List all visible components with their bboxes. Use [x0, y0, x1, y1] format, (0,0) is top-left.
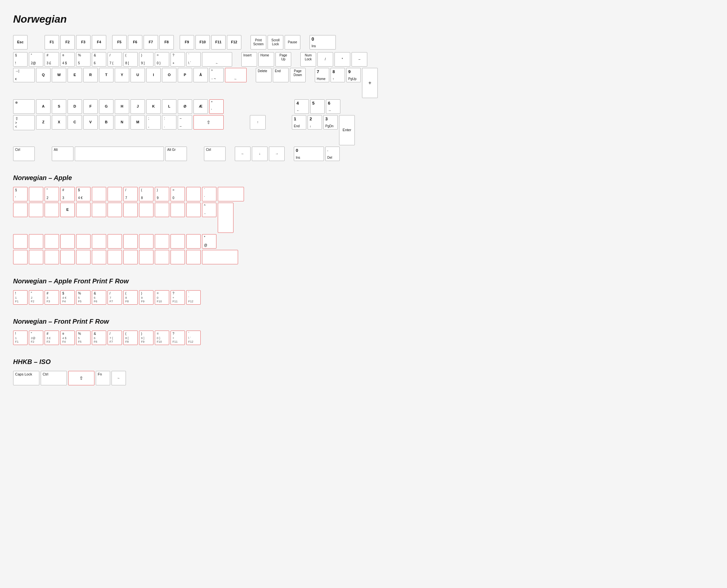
apple-row3-3[interactable]: [45, 234, 59, 249]
apple-row4-6[interactable]: [92, 250, 106, 264]
af-key-8[interactable]: (8F8: [123, 290, 138, 304]
f-key-6[interactable]: &6F6: [92, 331, 106, 345]
key-page-up[interactable]: PageUp: [275, 52, 291, 67]
key-y[interactable]: Y: [115, 68, 129, 82]
key-1[interactable]: "2@: [29, 52, 43, 67]
apple-key-plus[interactable]: [186, 187, 201, 201]
f-key-2[interactable]: "2@F2: [29, 331, 43, 345]
af-key-6[interactable]: &6F6: [92, 290, 106, 304]
key-pause[interactable]: Pause: [285, 35, 300, 49]
f-key-9[interactable]: )9 ]F9: [139, 331, 153, 345]
key-arrow-up[interactable]: ↑: [250, 115, 265, 129]
af-key-3[interactable]: #3F3: [45, 290, 59, 304]
key-backtick[interactable]: `\ ´: [186, 52, 201, 67]
af-key-1[interactable]: !1F1: [13, 290, 27, 304]
key-print-screen[interactable]: PrintScreen: [251, 35, 266, 49]
apple-row2-enter[interactable]: [218, 203, 234, 233]
apple-row2-caret[interactable]: ^··: [202, 203, 216, 217]
apple-row4-8[interactable]: [123, 250, 138, 264]
key-numpad-6[interactable]: 6 →: [326, 99, 340, 114]
key-insert[interactable]: Insert: [241, 52, 257, 67]
key-numpad-minus[interactable]: –: [351, 52, 367, 67]
key-f5[interactable]: F5: [112, 35, 127, 49]
key-l[interactable]: L: [162, 99, 176, 114]
f-key-7[interactable]: /7 {F7: [108, 331, 122, 345]
apple-row3-1[interactable]: [13, 234, 27, 249]
key-capslock[interactable]: ⊕: [13, 99, 35, 114]
apple-key-0[interactable]: =0: [171, 187, 185, 201]
apple-row3-4[interactable]: [60, 234, 75, 249]
apple-row4-9[interactable]: [139, 250, 153, 264]
key-t[interactable]: T: [99, 68, 113, 82]
key-numpad-9[interactable]: 9 PgUp: [346, 68, 361, 82]
apple-row2-5[interactable]: [76, 203, 90, 217]
key-ctrl-right[interactable]: Ctrl: [204, 147, 226, 161]
apple-row4-7[interactable]: [108, 250, 122, 264]
f-key-8[interactable]: (8 [F8: [123, 331, 138, 345]
key-z[interactable]: Z: [36, 115, 50, 129]
key-arrow-down[interactable]: ↓: [252, 147, 268, 161]
key-tab[interactable]: →| €: [13, 68, 35, 82]
apple-key-4[interactable]: $4 €: [76, 187, 90, 201]
key-f1[interactable]: F1: [45, 35, 59, 49]
key-aring[interactable]: Å: [193, 68, 208, 82]
f-key-0[interactable]: =0 }F10: [155, 331, 169, 345]
key-r[interactable]: R: [83, 68, 98, 82]
key-a[interactable]: A: [36, 99, 50, 114]
key-numpad-enter[interactable]: Enter: [339, 115, 355, 145]
key-x[interactable]: X: [52, 115, 66, 129]
key-e[interactable]: E: [67, 68, 82, 82]
apple-row2-1[interactable]: [13, 203, 27, 217]
key-h[interactable]: H: [115, 99, 129, 114]
apple-row3-5[interactable]: [76, 234, 90, 249]
key-space[interactable]: [75, 147, 164, 161]
apple-row4-10[interactable]: [155, 250, 169, 264]
apple-row3-6[interactable]: [92, 234, 106, 249]
apple-row4-wide[interactable]: [202, 250, 238, 264]
key-u[interactable]: U: [130, 68, 145, 82]
key-caret[interactable]: ^·· ~: [209, 68, 223, 82]
f-key-3[interactable]: #3 £F3: [45, 331, 59, 345]
apple-row3-8[interactable]: [123, 234, 138, 249]
hhkb-capslock[interactable]: Caps Lock: [13, 371, 39, 385]
key-f11[interactable]: F11: [211, 35, 226, 49]
af-key-9[interactable]: )9F9: [139, 290, 153, 304]
af-key-0[interactable]: =0F10: [155, 290, 169, 304]
hhkb-shift[interactable]: ⇧: [68, 371, 94, 385]
hhkb-ctrl[interactable]: Ctrl: [41, 371, 67, 385]
apple-row4-12[interactable]: [186, 250, 201, 264]
f-key-4[interactable]: ¤4 $F4: [60, 331, 75, 345]
apple-row4-5[interactable]: [76, 250, 90, 264]
key-numpad-0-bottom[interactable]: 0 Ins: [294, 147, 324, 161]
key-o[interactable]: O: [162, 68, 176, 82]
key-f8[interactable]: F8: [159, 35, 174, 49]
hhkb-fn[interactable]: Fn: [96, 371, 110, 385]
apple-row2-7[interactable]: [108, 203, 122, 217]
key-ostroke[interactable]: Ø: [178, 99, 192, 114]
apple-row3-12[interactable]: [186, 234, 201, 249]
key-f3[interactable]: F3: [76, 35, 90, 49]
key-numlock[interactable]: NumLock: [300, 52, 316, 67]
key-6[interactable]: /7 {: [108, 52, 122, 67]
key-ctrl-left[interactable]: Ctrl: [13, 147, 35, 161]
apple-key-5[interactable]: [92, 187, 106, 201]
key-numpad-star[interactable]: *: [335, 52, 350, 67]
apple-row2-11[interactable]: [171, 203, 185, 217]
key-home[interactable]: Home: [258, 52, 274, 67]
apple-row4-1[interactable]: [13, 250, 27, 264]
key-f4[interactable]: F4: [92, 35, 106, 49]
key-q[interactable]: Q: [36, 68, 50, 82]
key-numpad-5[interactable]: 5: [310, 99, 325, 114]
apple-row4-3[interactable]: [45, 250, 59, 264]
key-f12[interactable]: F12: [227, 35, 241, 49]
key-numpad-2[interactable]: 2 ↓: [307, 115, 322, 129]
key-backspace[interactable]: ←: [202, 52, 232, 67]
key-section[interactable]: §!: [13, 52, 27, 67]
key-numpad-plus[interactable]: +: [362, 68, 378, 98]
af-key-4[interactable]: $4 €F4: [60, 290, 75, 304]
key-5[interactable]: &6: [92, 52, 106, 67]
hhkb-backspace[interactable]: ←: [111, 371, 126, 385]
key-w[interactable]: W: [52, 68, 66, 82]
f-key-backtick[interactable]: `\ ´F12: [186, 331, 201, 345]
apple-row3-7[interactable]: [108, 234, 122, 249]
